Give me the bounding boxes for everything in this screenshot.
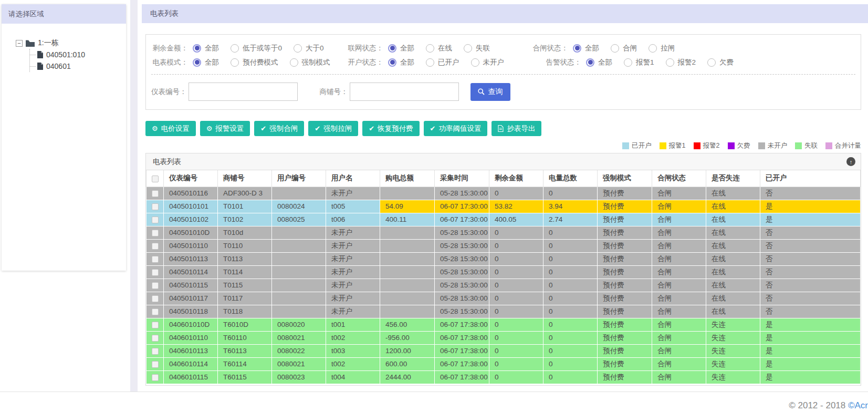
panel-collapse-icon[interactable]: ↑ bbox=[846, 157, 855, 166]
row-checkbox[interactable] bbox=[152, 190, 159, 197]
copyright-link[interactable]: ©Acr bbox=[848, 400, 868, 410]
shop-number-input[interactable] bbox=[350, 83, 459, 101]
table-row[interactable]: 0406010115T601150080023t0042444.0006-07 … bbox=[147, 370, 861, 384]
radio-option[interactable]: 预付费模式 bbox=[231, 58, 278, 67]
table-cell: 预付费 bbox=[598, 357, 652, 370]
radio-button[interactable] bbox=[573, 44, 581, 53]
radio-option[interactable]: 全部 bbox=[586, 58, 612, 67]
table-row[interactable]: 0406010114T601140080021t002600.0006-07 1… bbox=[147, 357, 861, 370]
radio-button[interactable] bbox=[464, 44, 472, 53]
table-row[interactable]: 0405010101T01010080024t00554.0906-07 17:… bbox=[147, 200, 861, 213]
table-body: 0405010116ADF300-D 3未开户05-28 15:30:0000预… bbox=[147, 187, 861, 384]
radio-option[interactable]: 欠费 bbox=[707, 58, 734, 67]
table-row[interactable]: 0405010118T0118未开户05-28 15:30:0000预付费合闸在… bbox=[147, 305, 861, 318]
radio-option[interactable]: 失联 bbox=[464, 44, 490, 53]
table-row[interactable]: 0405010110T0110未开户05-28 15:30:0000预付费合闸在… bbox=[147, 239, 861, 252]
row-select-cell bbox=[147, 213, 164, 226]
radio-option[interactable]: 报警2 bbox=[666, 58, 696, 67]
table-cell: 否 bbox=[760, 305, 861, 318]
row-checkbox[interactable] bbox=[152, 243, 159, 250]
radio-label: 未开户 bbox=[483, 58, 505, 67]
radio-button[interactable] bbox=[388, 58, 396, 67]
table-row[interactable]: 0405010102T01020080025t006400.1106-07 17… bbox=[147, 213, 861, 226]
radio-option[interactable]: 全部 bbox=[388, 58, 414, 67]
table-row[interactable]: 040501010DT010d未开户05-28 15:30:0000预付费合闸在… bbox=[147, 226, 861, 239]
radio-button[interactable] bbox=[649, 44, 657, 53]
radio-option[interactable]: 拉闸 bbox=[649, 44, 675, 53]
row-checkbox[interactable] bbox=[152, 374, 159, 381]
table-row[interactable]: 0406010110T601100080021t002-956.0006-07 … bbox=[147, 331, 861, 344]
tree-root-node[interactable]: − 1:一栋 bbox=[16, 38, 126, 48]
radio-button[interactable] bbox=[611, 44, 619, 53]
table-cell: 失连 bbox=[706, 370, 760, 384]
tree-node[interactable]: 040601 bbox=[30, 60, 126, 72]
table-cell: 在线 bbox=[706, 265, 760, 279]
radio-option[interactable]: 全部 bbox=[573, 44, 599, 53]
radio-button[interactable] bbox=[586, 58, 594, 67]
table-cell: 2.74 bbox=[543, 213, 598, 226]
row-checkbox[interactable] bbox=[152, 230, 159, 236]
row-checkbox[interactable] bbox=[152, 217, 159, 223]
table-row[interactable]: 0405010116ADF300-D 3未开户05-28 15:30:0000预… bbox=[147, 187, 861, 200]
radio-button[interactable] bbox=[426, 44, 434, 53]
radio-button[interactable] bbox=[231, 58, 239, 67]
row-checkbox[interactable] bbox=[152, 361, 159, 368]
radio-option[interactable]: 大于0 bbox=[294, 44, 324, 53]
table-row[interactable]: 040601010DT6010D0080020t001456.0006-07 1… bbox=[147, 318, 861, 331]
force-open-switch-button[interactable]: ✔强制拉闸 bbox=[308, 121, 358, 136]
table-cell: 0 bbox=[489, 226, 543, 239]
radio-option[interactable]: 全部 bbox=[193, 58, 219, 67]
table-cell: 未开户 bbox=[326, 187, 380, 200]
table-cell: 0 bbox=[543, 252, 598, 265]
restore-prepaid-button[interactable]: ✔恢复预付费 bbox=[362, 121, 419, 136]
force-close-switch-button[interactable]: ✔强制合闸 bbox=[254, 121, 304, 136]
table-cell: 0405010118 bbox=[164, 305, 218, 318]
row-checkbox[interactable] bbox=[152, 335, 159, 342]
radio-button[interactable] bbox=[426, 58, 434, 67]
meter-number-input[interactable] bbox=[189, 83, 298, 101]
alarm-settings-button[interactable]: ⚙报警设置 bbox=[200, 121, 250, 136]
row-checkbox[interactable] bbox=[152, 308, 159, 315]
table-row[interactable]: 0405010117T0117未开户05-28 15:30:0000预付费合闸在… bbox=[147, 292, 861, 305]
row-checkbox[interactable] bbox=[152, 348, 159, 355]
meter-reading-export-button[interactable]: 抄表导出 bbox=[491, 121, 541, 136]
radio-option[interactable]: 未开户 bbox=[471, 58, 505, 67]
radio-option[interactable]: 已开户 bbox=[426, 58, 459, 67]
radio-button[interactable] bbox=[193, 44, 201, 53]
row-checkbox[interactable] bbox=[152, 269, 159, 276]
row-checkbox[interactable] bbox=[152, 256, 159, 263]
radio-button[interactable] bbox=[666, 58, 674, 67]
power-threshold-settings-button[interactable]: ✔功率阈值设置 bbox=[424, 121, 488, 136]
tree-collapse-icon[interactable]: − bbox=[16, 40, 23, 47]
radio-option[interactable]: 强制模式 bbox=[290, 58, 330, 67]
row-select-cell bbox=[147, 279, 164, 292]
table-cell: t002 bbox=[326, 357, 380, 370]
radio-option[interactable]: 报警1 bbox=[624, 58, 654, 67]
select-all-checkbox[interactable] bbox=[152, 176, 159, 182]
radio-option[interactable]: 低于或等于0 bbox=[231, 44, 282, 53]
row-checkbox[interactable] bbox=[152, 322, 159, 328]
radio-option[interactable]: 在线 bbox=[426, 44, 452, 53]
radio-button[interactable] bbox=[624, 58, 632, 67]
radio-button[interactable] bbox=[707, 58, 716, 67]
radio-option[interactable]: 全部 bbox=[388, 44, 414, 53]
table-row[interactable]: 0405010114T0114未开户05-28 15:30:0000预付费合闸在… bbox=[147, 265, 861, 279]
tree-node[interactable]: 040501:010 bbox=[30, 49, 126, 60]
radio-option[interactable]: 合闸 bbox=[611, 44, 637, 53]
query-button[interactable]: 查询 bbox=[470, 83, 510, 101]
radio-button[interactable] bbox=[294, 44, 302, 53]
radio-button[interactable] bbox=[388, 44, 396, 53]
radio-button[interactable] bbox=[193, 58, 201, 67]
row-checkbox[interactable] bbox=[152, 282, 159, 289]
radio-button[interactable] bbox=[290, 58, 298, 67]
radio-option[interactable]: 全部 bbox=[193, 44, 219, 53]
row-checkbox[interactable] bbox=[152, 295, 159, 302]
radio-button[interactable] bbox=[471, 58, 479, 67]
table-row[interactable]: 0405010113T0113未开户05-28 15:30:0000预付费合闸在… bbox=[147, 252, 861, 265]
table-cell: 0 bbox=[489, 344, 543, 357]
row-checkbox[interactable] bbox=[152, 203, 159, 210]
table-row[interactable]: 0405010115T0115未开户05-28 15:30:0000预付费合闸在… bbox=[147, 279, 861, 292]
table-row[interactable]: 0406010113T601130080022t0031200.0006-07 … bbox=[147, 344, 861, 357]
electricity-price-settings-button[interactable]: ⚙电价设置 bbox=[145, 121, 196, 136]
radio-button[interactable] bbox=[231, 44, 239, 53]
